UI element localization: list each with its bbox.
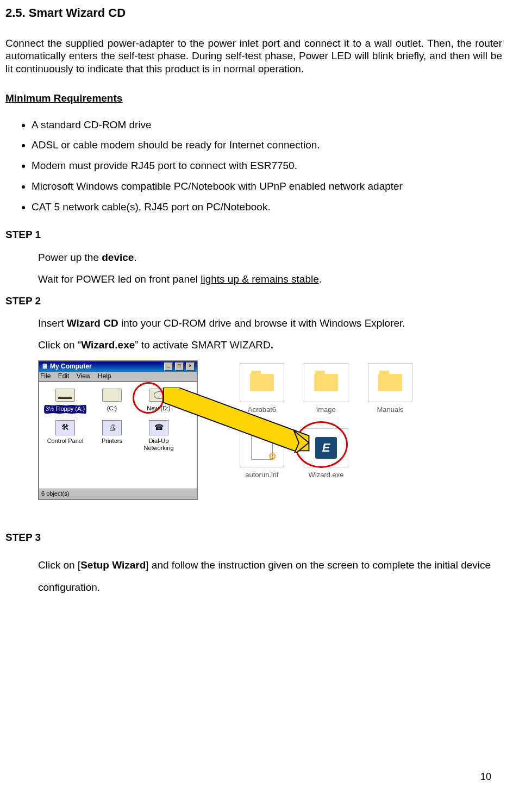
- dialup-icon: ☎: [149, 420, 168, 435]
- control-panel[interactable]: 🛠 Control Panel: [43, 419, 87, 453]
- cd-contents: Acrobat6 image Manuals autorun.inf E Wiz…: [234, 363, 418, 480]
- close-button[interactable]: ×: [186, 363, 195, 371]
- menu-edit[interactable]: Edit: [58, 372, 70, 380]
- screenshot-illustration: 🖥 My Computer _ □ × File Edit View Help …: [38, 360, 413, 518]
- hard-drive-icon: [102, 389, 122, 402]
- step-3-label: STEP 3: [5, 531, 502, 544]
- file-autorun[interactable]: autorun.inf: [234, 428, 290, 479]
- folder-icon: [378, 374, 402, 391]
- minimum-requirements-heading: Minimum Requirements: [5, 92, 502, 105]
- maximize-button[interactable]: □: [175, 363, 184, 371]
- step-2-line-2: Click on “Wizard.exe” to activate SMART …: [38, 339, 502, 352]
- inf-file-icon: [251, 436, 273, 460]
- window-body: 3½ Floppy (A:) (C:) New (D:) 🛠 Control P…: [39, 382, 197, 489]
- list-item: CAT 5 network cable(s), RJ45 port on PC/…: [32, 201, 502, 214]
- drive-floppy[interactable]: 3½ Floppy (A:): [43, 386, 87, 414]
- window-title: My Computer: [50, 363, 92, 371]
- section-number: 2.5.: [5, 6, 26, 20]
- requirements-list: A standard CD-ROM drive ADSL or cable mo…: [5, 118, 502, 214]
- control-panel-icon: 🛠: [55, 420, 75, 435]
- floppy-drive-icon: [55, 389, 75, 402]
- minimize-button[interactable]: _: [164, 363, 173, 371]
- folder-icon: [250, 374, 274, 391]
- step-3-body: Click on [Setup Wizard] and follow the i…: [38, 554, 502, 599]
- my-computer-window: 🖥 My Computer _ □ × File Edit View Help …: [38, 360, 198, 500]
- dial-up-networking[interactable]: ☎ Dial-Up Networking: [137, 419, 180, 453]
- menu-help[interactable]: Help: [98, 372, 111, 380]
- list-item: A standard CD-ROM drive: [32, 118, 502, 132]
- folder-manuals[interactable]: Manuals: [362, 363, 418, 414]
- window-titlebar: 🖥 My Computer _ □ ×: [39, 361, 197, 372]
- folder-acrobat[interactable]: Acrobat6: [234, 363, 290, 414]
- page-number: 10: [480, 771, 491, 783]
- list-item: Modem must provide RJ45 port to connect …: [32, 159, 502, 172]
- cd-drive-icon: [149, 389, 168, 402]
- step-1-line-2: Wait for POWER led on front panel lights…: [38, 273, 502, 286]
- printers-icon: 🖨: [102, 420, 122, 435]
- step-2-line-1: Insert Wizard CD into your CD-ROM drive …: [38, 317, 502, 330]
- computer-icon: 🖥: [41, 363, 48, 371]
- status-bar: 6 object(s): [39, 489, 197, 499]
- list-item: Microsoft Windows compatible PC/Notebook…: [32, 180, 502, 193]
- step-1-label: STEP 1: [5, 228, 502, 241]
- section-title-text: Smart Wizard CD: [29, 6, 126, 20]
- intro-paragraph: Connect the supplied power-adapter to th…: [5, 37, 502, 76]
- folder-image[interactable]: image: [298, 363, 354, 414]
- menu-file[interactable]: File: [40, 372, 51, 380]
- wizard-app-icon: E: [315, 437, 337, 459]
- step-2-label: STEP 2: [5, 295, 502, 308]
- step-1-line-1: Power up the device.: [38, 251, 502, 264]
- folder-icon: [314, 374, 338, 391]
- section-heading: 2.5. Smart Wizard CD: [5, 5, 502, 21]
- printers[interactable]: 🖨 Printers: [90, 419, 134, 453]
- drive-c[interactable]: (C:): [90, 386, 134, 414]
- list-item: ADSL or cable modem should be ready for …: [32, 139, 502, 152]
- window-menubar: File Edit View Help: [39, 372, 197, 382]
- file-wizard-exe[interactable]: E Wizard.exe: [298, 428, 354, 479]
- menu-view[interactable]: View: [77, 372, 91, 380]
- drive-d[interactable]: New (D:): [137, 386, 180, 414]
